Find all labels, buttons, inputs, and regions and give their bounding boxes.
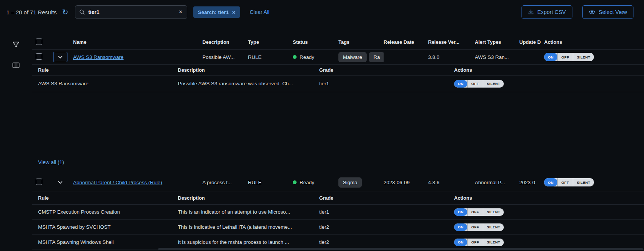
toggle-off-button[interactable]: OFF <box>467 208 483 216</box>
refresh-icon[interactable]: ↻ <box>62 8 68 16</box>
toggle-silent-button[interactable]: SILENT <box>483 223 504 231</box>
toggle-on-button[interactable]: ON <box>544 178 557 186</box>
toggle-silent-button[interactable]: SILENT <box>483 208 504 216</box>
filter-chip-label: Search: tier1 <box>198 9 229 15</box>
toolbar-actions: Export CSV Select View <box>522 5 633 19</box>
column-header-name[interactable]: Name <box>73 39 202 45</box>
sub-rule-name: MSHTA Spawned by SVCHOST <box>38 224 178 230</box>
sub-column-header-actions: Actions <box>454 195 644 201</box>
results-count: 1 – 20 of 71 Results <box>6 9 57 15</box>
row-checkbox[interactable] <box>36 53 42 60</box>
eye-icon <box>589 10 595 15</box>
column-header-alert-types[interactable]: Alert Types <box>475 39 519 45</box>
column-header-release-version[interactable]: Release Ver... <box>428 39 475 45</box>
export-csv-label: Export CSV <box>537 9 566 15</box>
sub-rule-row: MSHTA Spawned by SVCHOST This is indicat… <box>32 220 644 235</box>
collapse-row-button[interactable] <box>53 177 67 188</box>
sub-rule-name: MSHTA Spawning Windows Shell <box>38 239 178 245</box>
clear-all-link[interactable]: Clear All <box>250 9 269 15</box>
status-label: Ready <box>300 54 314 60</box>
filter-icon[interactable] <box>12 42 20 48</box>
search-input[interactable] <box>88 9 178 15</box>
sub-table-header-row: Rule Description Grade Actions <box>32 191 644 205</box>
clear-search-icon[interactable]: × <box>178 8 183 16</box>
alert-types: Abnormal P... <box>475 180 519 185</box>
sub-rule-grade: tier1 <box>319 81 454 86</box>
select-view-button[interactable]: Select View <box>582 5 634 19</box>
status-label: Ready <box>300 180 314 185</box>
rule-tags: Malware Ra <box>338 52 384 62</box>
sub-rule-row: CMSTP Execution Process Creation This is… <box>32 205 644 220</box>
rule-name-link[interactable]: Abnormal Parent / Child Process (Rule) <box>73 180 162 185</box>
toggle-on-button[interactable]: ON <box>544 53 557 61</box>
select-all-checkbox[interactable] <box>36 38 42 45</box>
view-all-link[interactable]: View all (1) <box>38 159 64 167</box>
scrollbar-thumb[interactable] <box>158 248 643 250</box>
sub-rule-grade: tier2 <box>319 239 454 245</box>
panel-empty-space <box>32 92 644 159</box>
chevron-down-icon <box>58 181 63 184</box>
rule-state-toggle: ON OFF SILENT <box>454 223 504 231</box>
toggle-on-button[interactable]: ON <box>454 239 467 246</box>
sub-column-header-actions: Actions <box>454 67 644 73</box>
toggle-off-button[interactable]: OFF <box>467 223 483 231</box>
sub-column-header-grade: Grade <box>319 67 454 73</box>
release-date: 2023-06-09 <box>384 180 428 185</box>
sub-rule-name: CMSTP Execution Process Creation <box>38 209 178 215</box>
table-header-row: Name Description Type Status Tags Releas… <box>32 35 644 50</box>
toggle-off-button[interactable]: OFF <box>467 80 483 88</box>
column-header-update-date[interactable]: Update D <box>519 39 544 45</box>
rule-tags: Sigma <box>338 177 384 188</box>
remove-filter-icon[interactable]: × <box>232 9 236 15</box>
search-icon <box>79 9 85 15</box>
rule-state-toggle: ON OFF SILENT <box>454 239 504 246</box>
export-csv-button[interactable]: Export CSV <box>522 5 572 19</box>
sub-rule-name: AWS S3 Ransomware <box>38 81 178 86</box>
toggle-off-button[interactable]: OFF <box>467 239 483 246</box>
toolbar: 1 – 20 of 71 Results ↻ × Search: tier1 ×… <box>0 0 644 24</box>
rule-description: A process t... <box>202 180 248 185</box>
chevron-down-icon <box>58 55 63 59</box>
alert-types: AWS S3 Ran... <box>475 54 519 60</box>
toggle-silent-button[interactable]: SILENT <box>573 178 594 186</box>
status-ready-dot <box>293 55 297 59</box>
collapse-row-button[interactable] <box>53 52 67 62</box>
toggle-silent-button[interactable]: SILENT <box>573 53 594 61</box>
column-header-description[interactable]: Description <box>202 39 248 45</box>
update-date: 2023-0 <box>519 180 544 185</box>
tag-chip[interactable]: Ra <box>369 52 384 62</box>
sub-rule-description: This is an indicator of an attempt to us… <box>178 209 319 215</box>
rule-state-toggle: ON OFF SILENT <box>544 178 594 186</box>
toggle-on-button[interactable]: ON <box>454 80 467 88</box>
detection-rules-page: 1 – 20 of 71 Results ↻ × Search: tier1 ×… <box>0 0 644 251</box>
toggle-silent-button[interactable]: SILENT <box>483 80 504 88</box>
sub-column-header-description: Description <box>178 67 319 73</box>
column-header-actions: Actions <box>544 39 644 45</box>
tag-chip[interactable]: Malware <box>338 52 367 62</box>
columns-icon[interactable] <box>12 62 20 68</box>
column-header-release-date[interactable]: Release Date <box>384 39 428 45</box>
toggle-off-button[interactable]: OFF <box>557 178 573 186</box>
rule-type: RULE <box>248 54 293 60</box>
release-version: 3.8.0 <box>428 54 475 60</box>
sub-rule-description: This is indicative of LethalHTA (a later… <box>178 224 319 230</box>
sub-column-header-rule: Rule <box>38 67 178 73</box>
rule-state-toggle: ON OFF SILENT <box>454 80 504 88</box>
horizontal-scrollbar[interactable] <box>32 247 644 251</box>
column-header-tags[interactable]: Tags <box>338 39 384 45</box>
content-area: Name Description Type Status Tags Releas… <box>0 24 644 250</box>
column-header-status[interactable]: Status <box>293 39 338 45</box>
toggle-on-button[interactable]: ON <box>454 223 467 231</box>
rule-type: RULE <box>248 180 293 185</box>
sub-table-header-row: Rule Description Grade Actions <box>32 64 644 75</box>
toggle-off-button[interactable]: OFF <box>557 53 573 61</box>
toggle-on-button[interactable]: ON <box>454 208 467 216</box>
column-header-type[interactable]: Type <box>248 39 293 45</box>
toggle-silent-button[interactable]: SILENT <box>483 239 504 246</box>
search-box[interactable]: × <box>75 5 187 19</box>
rule-name-link[interactable]: AWS S3 Ransomware <box>73 54 124 60</box>
tag-chip[interactable]: Sigma <box>338 177 362 188</box>
filter-chip-search-tier1[interactable]: Search: tier1 × <box>193 6 240 18</box>
row-checkbox[interactable] <box>36 179 42 185</box>
download-icon <box>528 9 534 15</box>
